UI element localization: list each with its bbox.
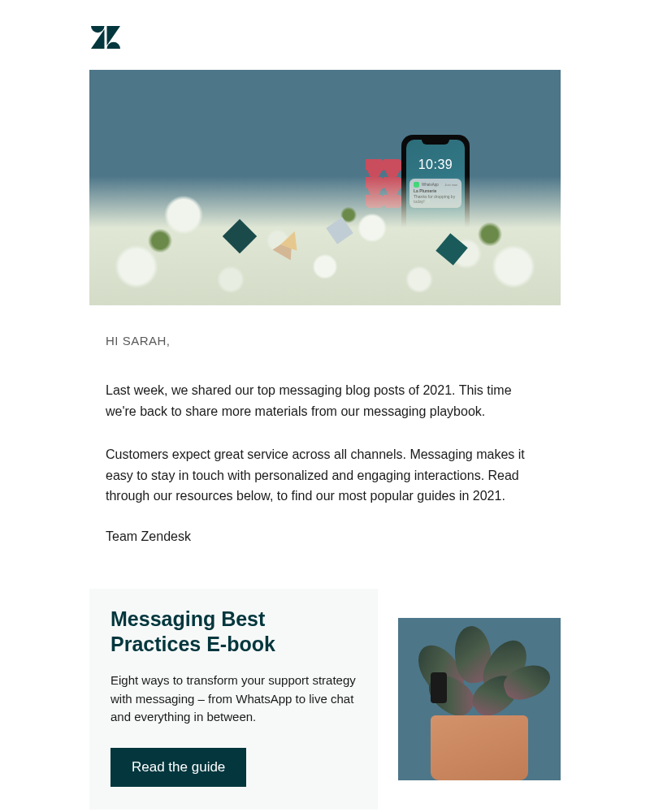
intro-paragraph-1: Last week, we shared our top messaging b… <box>106 380 544 421</box>
hero-image: 10:39 WhatsApp Just now La Plumerie Than… <box>89 70 561 305</box>
read-guide-button[interactable]: Read the guide <box>110 748 246 787</box>
email-container: 10:39 WhatsApp Just now La Plumerie Than… <box>89 0 561 812</box>
signoff: Team Zendesk <box>106 529 544 544</box>
greeting: HI SARAH, <box>106 334 544 348</box>
card-title: Messaging Best Practices E-book <box>110 607 357 658</box>
content-body: HI SARAH, Last week, we shared our top m… <box>89 305 561 589</box>
intro-paragraph-2: Customers expect great service across al… <box>106 444 544 507</box>
card-image <box>398 618 561 780</box>
header <box>89 0 561 70</box>
feature-card: Messaging Best Practices E-book Eight wa… <box>89 589 378 810</box>
feature-card-row: Messaging Best Practices E-book Eight wa… <box>89 589 561 810</box>
zendesk-logo-icon <box>89 24 122 50</box>
card-description: Eight ways to transform your support str… <box>110 672 357 727</box>
phone-lock-time: 10:39 <box>406 158 465 172</box>
phone-in-hand-icon <box>431 672 447 703</box>
